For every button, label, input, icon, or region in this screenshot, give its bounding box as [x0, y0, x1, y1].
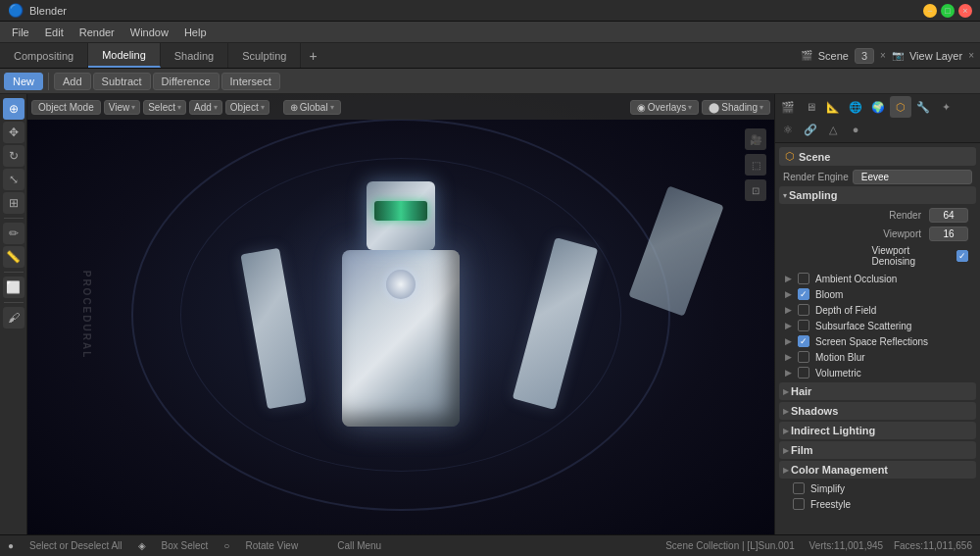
select-button[interactable]: Select▾ — [143, 100, 186, 115]
mouse-left-icon: ● — [8, 540, 14, 551]
rotate-tool[interactable]: ↻ — [3, 145, 24, 167]
freestyle-section: Freestyle — [779, 496, 976, 512]
il-arrow: ▶ — [783, 427, 789, 435]
ltool-sep-2 — [4, 272, 24, 273]
ssr-checkbox[interactable] — [798, 335, 809, 347]
box-select-label: Box Select — [162, 540, 209, 551]
film-arrow: ▶ — [783, 446, 789, 455]
viewport-value[interactable]: 16 — [929, 227, 968, 241]
vol-checkbox[interactable] — [798, 367, 809, 379]
dof-checkbox[interactable] — [798, 304, 809, 316]
toolbar: New Add Subtract Difference Intersect — [0, 69, 980, 94]
render-engine-value[interactable]: Eevee — [853, 170, 972, 184]
prop-physics[interactable]: ⚛ — [777, 119, 799, 140]
mb-checkbox[interactable] — [798, 351, 809, 363]
prop-constraints[interactable]: 🔗 — [800, 119, 821, 140]
prop-particles[interactable]: ✦ — [935, 96, 956, 118]
prop-scene[interactable]: 🌐 — [845, 96, 866, 118]
bloom-label: Bloom — [815, 289, 843, 300]
menu-file[interactable]: File — [4, 25, 37, 40]
scene-number[interactable]: 3 — [855, 48, 874, 64]
transform-chevron: ▾ — [330, 103, 334, 112]
nav-local[interactable]: ⊡ — [745, 179, 766, 201]
transform-orientation[interactable]: ⊕ Global ▾ — [283, 100, 341, 115]
object-button[interactable]: Object▾ — [225, 100, 270, 115]
scale-tool[interactable]: ⤡ — [3, 169, 24, 190]
cm-arrow: ▶ — [783, 466, 789, 475]
viewport-denoising-checkbox[interactable] — [956, 250, 968, 262]
ao-arrow: ▶ — [785, 274, 792, 283]
menu-help[interactable]: Help — [176, 25, 215, 40]
sss-checkbox[interactable] — [798, 320, 809, 331]
transform-tool[interactable]: ⊞ — [3, 192, 24, 214]
ao-checkbox[interactable] — [798, 273, 809, 284]
add-button-viewport[interactable]: Add▾ — [189, 100, 222, 115]
menu-render[interactable]: Render — [72, 25, 122, 40]
difference-button[interactable]: Difference — [153, 73, 220, 90]
tab-shading[interactable]: Shading — [161, 43, 228, 68]
dof-arrow: ▶ — [785, 305, 792, 315]
prop-modifiers[interactable]: 🔧 — [912, 96, 934, 118]
viewport-denoising-label: Viewport Denoising — [872, 245, 954, 267]
tab-modeling[interactable]: Modeling — [88, 43, 161, 68]
tab-add-button[interactable]: + — [301, 44, 324, 68]
menu-edit[interactable]: Edit — [37, 25, 72, 40]
statusbar-left: ● Select or Deselect All ◈ Box Select ○ … — [8, 540, 381, 551]
shading-btn[interactable]: ⬤ Shading ▾ — [702, 100, 770, 115]
view-layer-close[interactable]: × — [968, 50, 974, 61]
shadows-section-header[interactable]: ▶ Shadows — [779, 402, 976, 420]
move-tool[interactable]: ✥ — [3, 122, 24, 143]
menu-window[interactable]: Window — [122, 25, 176, 40]
add-button[interactable]: Add — [54, 73, 91, 90]
tab-sculpting[interactable]: Sculpting — [228, 43, 301, 68]
paint-tool[interactable]: 🖌 — [3, 307, 24, 329]
maximize-button[interactable]: □ — [941, 4, 955, 18]
new-button[interactable]: New — [4, 73, 43, 90]
window-controls: − □ × — [923, 4, 972, 18]
render-value[interactable]: 64 — [929, 208, 968, 223]
bloom-checkbox[interactable] — [798, 288, 809, 300]
intersect-button[interactable]: Intersect — [221, 73, 280, 90]
color-management-section-header[interactable]: ▶ Color Management — [779, 461, 976, 479]
prop-material[interactable]: ● — [845, 119, 866, 140]
ltool-sep-1 — [4, 218, 24, 219]
minimize-button[interactable]: − — [923, 4, 937, 18]
shading-chevron: ▾ — [760, 103, 763, 112]
annotate-tool[interactable]: ✏ — [3, 223, 24, 244]
close-button[interactable]: × — [958, 4, 972, 18]
indirect-lighting-section-header[interactable]: ▶ Indirect Lighting — [779, 422, 976, 439]
robot-torso — [342, 250, 460, 427]
freestyle-checkbox[interactable] — [793, 498, 805, 510]
cursor-tool[interactable]: ⊕ — [3, 98, 24, 120]
nav-camera[interactable]: 🎥 — [745, 128, 766, 150]
left-toolbar: ⊕ ✥ ↻ ⤡ ⊞ ✏ 📏 ⬜ 🖌 — [0, 94, 27, 534]
viewport[interactable]: PROCEDURAL Object Mode View▾ Select▾ Add… — [27, 94, 774, 534]
overlay-btn[interactable]: ◉ Overlays ▾ — [630, 100, 699, 115]
hair-section-header[interactable]: ▶ Hair — [779, 382, 976, 400]
prop-output[interactable]: 🖥 — [800, 96, 821, 118]
tab-compositing[interactable]: Compositing — [0, 43, 88, 68]
tick — [958, 251, 966, 261]
measure-tool[interactable]: 📏 — [3, 246, 24, 268]
sampling-header[interactable]: ▾ Sampling — [779, 186, 976, 204]
volumetric-section: ▶ Volumetric — [779, 365, 976, 380]
nav-perspective[interactable]: ⬚ — [745, 154, 766, 176]
prop-render[interactable]: 🎬 — [777, 96, 799, 118]
prop-view-layer[interactable]: 📐 — [822, 96, 844, 118]
nav-overlay: 🎥 ⬚ ⊡ — [745, 128, 766, 201]
prop-data[interactable]: △ — [822, 119, 844, 140]
object-mode-dropdown[interactable]: Object Mode — [31, 100, 101, 115]
view-button[interactable]: View▾ — [104, 100, 141, 115]
statusbar: ● Select or Deselect All ◈ Box Select ○ … — [0, 534, 980, 556]
prop-world[interactable]: 🌍 — [867, 96, 889, 118]
toolbar-sep-1 — [48, 73, 49, 90]
scene-close[interactable]: × — [880, 50, 886, 61]
scene-icon: 🎬 — [801, 50, 812, 61]
add-cube-tool[interactable]: ⬜ — [3, 277, 24, 298]
panel-content: ⬡ Scene Render Engine Eevee ▾ Sampling R… — [775, 143, 980, 534]
subtract-button[interactable]: Subtract — [93, 73, 151, 90]
simplify-checkbox[interactable] — [793, 482, 805, 494]
prop-object[interactable]: ⬡ — [890, 96, 911, 118]
film-section-header[interactable]: ▶ Film — [779, 441, 976, 459]
hair-arrow: ▶ — [783, 387, 789, 396]
